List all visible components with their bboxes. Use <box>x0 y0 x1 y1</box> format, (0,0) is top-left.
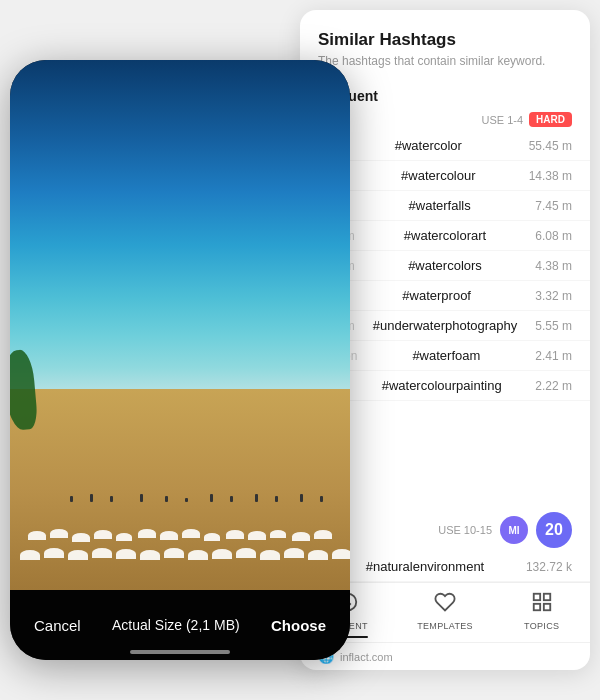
panel-title: Similar Hashtags <box>318 30 572 50</box>
hashtag-count: 5.55 m <box>535 319 572 333</box>
svg-rect-1 <box>533 594 539 600</box>
actual-size-label: Actual Size (2,1 MB) <box>112 617 240 633</box>
hashtag-tag: #watercolour <box>401 168 475 183</box>
hashtag-tag: #waterfoam <box>412 348 480 363</box>
hashtag-count: 2.22 m <box>535 379 572 393</box>
home-indicator <box>130 650 230 654</box>
hashtag-tag: #watercolor <box>395 138 462 153</box>
choose-button[interactable]: Choose <box>271 617 326 634</box>
count-badge: 20 <box>536 512 572 548</box>
svg-rect-2 <box>544 594 550 600</box>
hashtag-count: 6.08 m <box>535 229 572 243</box>
hashtag-tag: #watercolorart <box>404 228 486 243</box>
hashtag-tag: #waterfalls <box>409 198 471 213</box>
svg-rect-4 <box>544 604 550 610</box>
avatar: MI <box>500 516 528 544</box>
nav-label-topics: TOPICS <box>524 621 559 631</box>
svg-rect-3 <box>533 604 539 610</box>
phone-image <box>10 60 350 590</box>
nav-label-templates: TEMPLATES <box>417 621 473 631</box>
panel-subtitle: The hashtags that contain similar keywor… <box>318 54 572 68</box>
nav-item-topics[interactable]: TOPICS <box>493 591 590 638</box>
hashtag-tag: #watercolourpainting <box>382 378 502 393</box>
hashtag-tag: #naturalenvironment <box>366 559 485 574</box>
hashtag-count: 132.72 k <box>526 560 572 574</box>
bottom-url: 🌐 inflact.com <box>300 642 590 670</box>
url-text: inflact.com <box>340 651 393 663</box>
use-label-top: USE 1-4 <box>482 114 524 126</box>
phone-mockup: Cancel Actual Size (2,1 MB) Choose <box>10 60 350 660</box>
cancel-button[interactable]: Cancel <box>34 617 81 634</box>
hashtag-count: 3.32 m <box>535 289 572 303</box>
hashtag-count: 2.41 m <box>535 349 572 363</box>
hashtag-tag: #watercolors <box>408 258 482 273</box>
nav-item-templates[interactable]: TEMPLATES <box>397 591 494 638</box>
hard-badge: HARD <box>529 112 572 127</box>
templates-icon <box>434 591 456 618</box>
topics-icon <box>531 591 553 618</box>
hashtag-count: 4.38 m <box>535 259 572 273</box>
use-label-bottom: USE 10-15 <box>438 524 492 536</box>
hashtag-count: 14.38 m <box>529 169 572 183</box>
hashtag-tag: #underwaterphotography <box>373 318 518 333</box>
hashtag-count: 55.45 m <box>529 139 572 153</box>
hashtag-count: 7.45 m <box>535 199 572 213</box>
hashtag-tag: #waterproof <box>402 288 471 303</box>
